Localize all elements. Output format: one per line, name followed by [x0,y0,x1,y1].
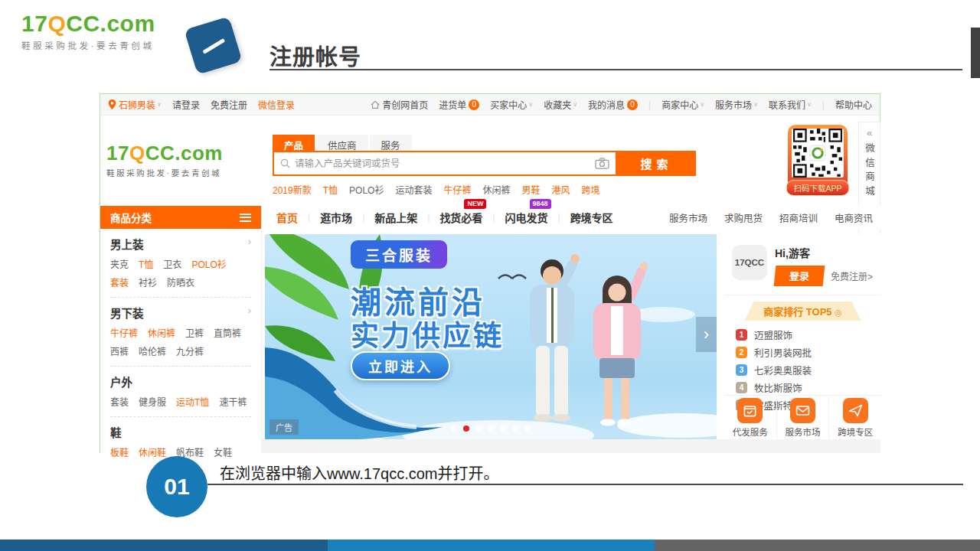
login-link[interactable]: 请登录 [172,98,200,111]
category-title-row[interactable]: 男上装› [110,236,251,252]
nav-wholesale[interactable]: 求购甩货 [724,210,763,225]
category-link[interactable]: 女鞋 [214,445,232,458]
category-link[interactable]: 板鞋 [110,445,129,458]
category-link[interactable]: 卫衣 [163,257,181,270]
category-link[interactable]: 夹克 [110,257,129,270]
hot-keyword[interactable]: 休闲裤 [482,183,510,196]
service-market-label: 服务市场 [715,98,752,111]
category-link[interactable]: 速干裤 [219,395,247,408]
category-link[interactable]: 套装 [110,276,129,289]
hot-keyword[interactable]: 牛仔裤 [443,183,471,196]
category-link[interactable]: 卫裤 [185,326,204,339]
category-link[interactable]: 衬衫 [139,276,157,289]
hot-keyword[interactable]: POLO衫 [349,183,384,196]
slide-logo: 17QCC.com 鞋服采购批发·要去青创城 [21,11,155,51]
hot-keyword[interactable]: 港风 [551,183,570,196]
carousel-dot[interactable] [524,425,531,432]
category-link[interactable]: 西裤 [110,344,129,357]
buyer-center-label: 买家中心 [490,98,527,111]
hero-banner[interactable]: 三合服装 潮流前沿 实力供应链 立即进入 广告 › [265,234,717,439]
service-market-menu[interactable]: 服务市场∨ [715,98,758,111]
category-link[interactable]: 健身服 [139,395,166,408]
contact-us-label: 联系我们 [769,98,805,111]
wechat-login-link[interactable]: 微信登录 [258,98,295,111]
cart-label: 进货单 [439,98,466,111]
shop-name: 利引男装网批 [754,345,812,360]
carousel-next-button[interactable]: › [696,317,717,352]
nav-flash-shipping[interactable]: 闪电发货9848 [495,210,558,225]
messages-link[interactable]: 我的消息0 [588,98,638,111]
nav-ecommerce-news[interactable]: 电商资讯 [835,210,873,225]
camera-search-icon[interactable] [595,158,609,169]
rank-badge: 1 [736,329,747,341]
ranking-item[interactable]: 4牧比斯服饰 [736,379,870,396]
ranking-item[interactable]: 3七彩奥奥服装 [736,361,870,379]
login-button[interactable]: 登录 [774,266,825,286]
model-man [530,254,580,422]
search-input[interactable] [295,158,590,169]
category-header[interactable]: 商品分类 [100,206,261,229]
category-section: 户外 套装 健身服 运动T恤 速干裤 [100,367,261,411]
nav-training[interactable]: 招商培训 [779,210,818,225]
location-selector[interactable]: 石狮男装 ∨ [108,98,162,111]
category-link[interactable]: 直筒裤 [214,326,241,339]
service-market[interactable]: 服务市场 [776,396,829,439]
service-dropship[interactable]: 代发服务 [724,396,776,439]
nav-home[interactable]: 首页 [266,210,308,225]
ranking-item[interactable]: 2利引男装网批 [736,344,870,361]
shop-name: 迈盟服饰 [754,328,792,342]
ranking-item[interactable]: 1迈盟服饰 [736,326,870,344]
carousel-dot[interactable] [475,425,482,432]
location-label: 石狮男装 [119,98,155,111]
banner-cta-button[interactable]: 立即进入 [351,351,450,380]
category-link[interactable]: POLO衫 [191,257,226,270]
category-title-row[interactable]: 鞋 [110,424,251,440]
nav-market[interactable]: 逛市场 [310,210,362,225]
category-title-row[interactable]: 户外 [110,373,251,390]
carousel-dot[interactable] [451,425,457,432]
hot-keyword[interactable]: 跨境 [581,183,599,196]
carousel-dot[interactable] [500,425,506,432]
category-link[interactable]: 休闲裤 [148,326,175,339]
buyer-center-menu[interactable]: 买家中心∨ [490,98,533,111]
nav-service-market[interactable]: 服务市场 [669,210,707,225]
free-register-link[interactable]: 免费注册> [831,269,873,282]
category-link[interactable]: 牛仔裤 [110,326,138,339]
hot-keyword[interactable]: 运动套装 [395,183,432,196]
merchant-center-menu[interactable]: 商家中心∨ [662,98,704,111]
collapse-icon: « [867,127,872,139]
service-cross-border[interactable]: 跨境专区 [828,396,881,439]
category-link[interactable]: 防晒衣 [167,276,194,289]
register-link[interactable]: 免费注册 [211,98,247,111]
nav-new-arrivals[interactable]: 新品上架 [364,210,427,225]
carousel-dot[interactable] [512,425,518,432]
hot-keyword[interactable]: 2019新款 [273,183,312,196]
category-link[interactable]: 套装 [110,395,129,408]
main-nav: 首页 | 逛市场 | 新品上架 | 找货必看NEW | 闪电发货9848 | 跨… [262,206,880,229]
hot-keyword[interactable]: T恤 [323,183,338,196]
nav-must-see[interactable]: 找货必看NEW [430,210,492,225]
carousel-dot-active[interactable] [463,425,469,432]
contact-us-menu[interactable]: 联系我们∨ [769,98,812,111]
category-link[interactable]: 哈伦裤 [139,344,166,357]
search-button[interactable]: 搜索 [617,151,696,176]
home-link[interactable]: 青创网首页 [371,98,428,111]
rank-badge: 4 [736,382,747,393]
category-title-row[interactable]: 男下装› [110,305,251,321]
favorites-menu[interactable]: 收藏夹∨ [544,98,577,111]
banner-headline-2: 实力供应链 [351,313,504,354]
slide: 17QCC.com 鞋服采购批发·要去青创城 注册帐号 石狮男装 ∨ 请登录 免… [0,0,980,551]
carousel-dot[interactable] [488,425,494,432]
category-link[interactable]: 休闲鞋 [139,445,166,458]
site-logo[interactable]: 17QCC.com 鞋服采购批发·要去青创城 [106,142,223,178]
help-center-link[interactable]: 帮助中心 [835,98,872,111]
category-link[interactable]: 九分裤 [176,344,204,357]
chevron-down-icon: ∨ [528,101,533,108]
hot-keyword[interactable]: 男鞋 [521,183,540,196]
website-screenshot: 石狮男装 ∨ 请登录 免费注册 微信登录 青创网首页 进货单0 买家中心∨ 收藏… [100,93,880,453]
category-link[interactable]: T恤 [139,257,153,270]
cart-link[interactable]: 进货单0 [439,98,479,111]
nav-cross-border[interactable]: 跨境专区 [560,210,623,225]
step-underline [207,484,963,485]
category-link[interactable]: 运动T恤 [176,395,209,408]
